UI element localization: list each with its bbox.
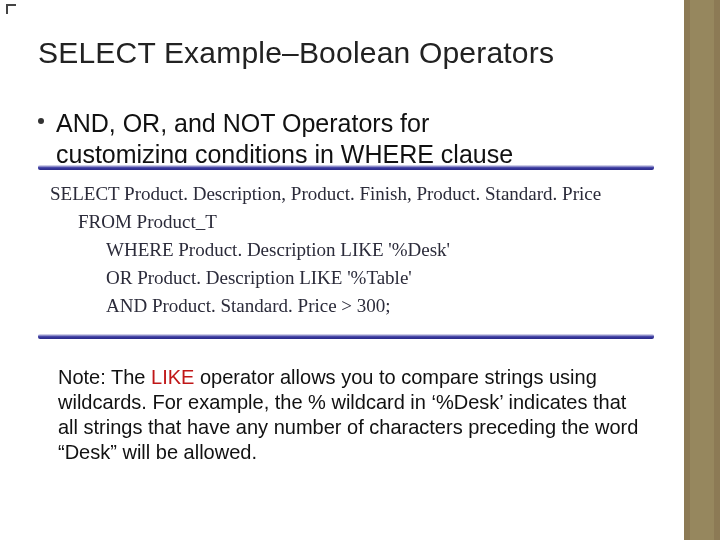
bullet-line-1: AND, OR, and NOT Operators for [56,109,429,137]
slide-body: SELECT Example–Boolean Operators AND, OR… [0,0,684,540]
code-line-or: OR Product. Description LIKE '%Table' [50,267,646,289]
code-line-select: SELECT Product. Description, Product. Fi… [50,183,646,205]
note-like-keyword: LIKE [151,366,194,388]
bullet-dot-icon [38,118,44,124]
slide-title: SELECT Example–Boolean Operators [38,36,654,70]
note-paragraph: Note: The LIKE operator allows you to co… [38,365,654,465]
sql-code-panel: SELECT Product. Description, Product. Fi… [38,163,654,341]
note-prefix: Note: The [58,366,151,388]
code-line-from: FROM Product_T [50,211,646,233]
side-accent-inner [690,0,714,540]
panel-bottom-bar [38,334,654,339]
code-line-where: WHERE Product. Description LIKE '%Desk' [50,239,646,261]
side-accent-stripe [684,0,720,540]
bullet-item: AND, OR, and NOT Operators for customizi… [38,108,654,169]
panel-top-bar [38,165,654,170]
code-line-and: AND Product. Standard. Price > 300; [50,295,646,317]
